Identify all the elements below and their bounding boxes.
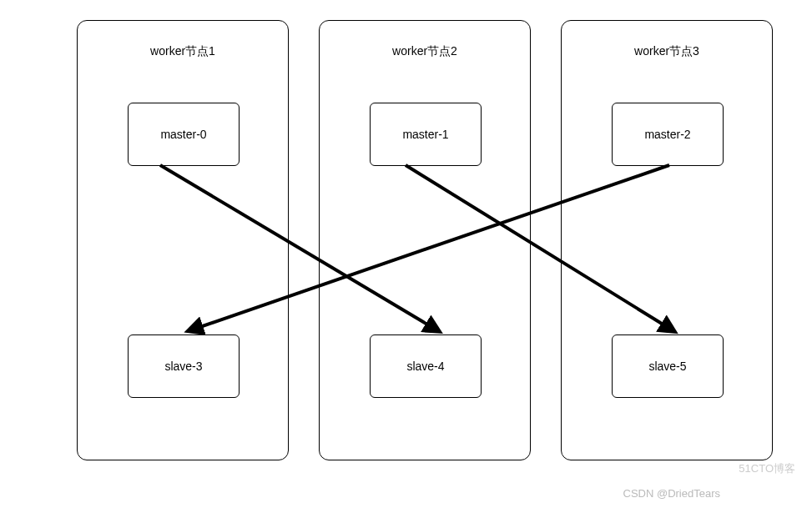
slave-label-4: slave-4 <box>406 360 444 373</box>
worker-node-3: worker节点3 master-2 slave-5 <box>561 20 773 460</box>
master-label-1: master-1 <box>402 128 448 141</box>
worker-title-1: worker节点1 <box>78 44 288 59</box>
watermark-csdn: CSDN @DriedTears <box>623 487 721 500</box>
master-label-0: master-0 <box>160 128 206 141</box>
slave-box-3: slave-3 <box>128 334 240 398</box>
slave-label-5: slave-5 <box>648 360 686 373</box>
worker-title-2: worker节点2 <box>320 44 530 59</box>
master-box-2: master-2 <box>612 103 724 166</box>
master-label-2: master-2 <box>644 128 690 141</box>
slave-box-5: slave-5 <box>612 334 724 398</box>
worker-node-1: worker节点1 master-0 slave-3 <box>77 20 289 460</box>
slave-box-4: slave-4 <box>370 334 482 398</box>
slave-label-3: slave-3 <box>164 360 202 373</box>
master-box-0: master-0 <box>128 103 240 166</box>
worker-node-2: worker节点2 master-1 slave-4 <box>319 20 531 460</box>
worker-title-3: worker节点3 <box>562 44 772 59</box>
master-box-1: master-1 <box>370 103 482 166</box>
watermark-51cto: 51CTO博客 <box>739 461 795 476</box>
